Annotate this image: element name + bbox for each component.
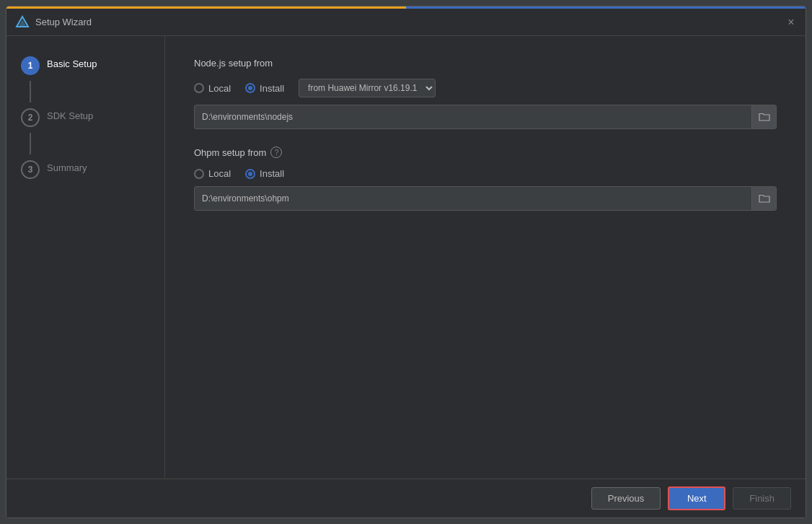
step-circle-3: 3 <box>21 160 40 179</box>
main-content: 1 Basic Setup 2 SDK Setup 3 Summary <box>6 36 806 479</box>
previous-button[interactable]: Previous <box>591 487 661 510</box>
sidebar: 1 Basic Setup 2 SDK Setup 3 Summary <box>6 36 165 479</box>
ohpm-section-header: Ohpm setup from ? <box>194 147 777 158</box>
ohpm-install-label: Install <box>260 168 284 179</box>
step-connector-2 <box>30 133 31 154</box>
step-item-summary[interactable]: 3 Summary <box>6 154 164 185</box>
nodejs-mirror-dropdown[interactable]: from Huawei Mirror v16.19.1 from Officia… <box>299 79 436 97</box>
close-button[interactable]: × <box>785 17 797 28</box>
setup-wizard-window: Setup Wizard × 1 Basic Setup 2 SDK Setup <box>6 6 806 518</box>
content-area: Node.js setup from Local Install from Hu… <box>165 36 806 479</box>
nodejs-radio-group: Local Install from Huawei Mirror v16.19.… <box>194 79 777 97</box>
nodejs-install-option[interactable]: Install <box>245 83 284 94</box>
nodejs-install-radio[interactable] <box>245 83 255 93</box>
step-label-basic-setup: Basic Setup <box>47 56 97 69</box>
ohpm-local-label: Local <box>208 168 231 179</box>
nodejs-local-label: Local <box>208 83 231 94</box>
ohpm-help-icon[interactable]: ? <box>270 147 282 158</box>
nodejs-mirror-dropdown-wrapper: from Huawei Mirror v16.19.1 from Officia… <box>299 79 436 97</box>
step-label-sdk-setup: SDK Setup <box>47 108 93 121</box>
step-circle-2: 2 <box>21 108 40 127</box>
ohpm-radio-group: Local Install <box>194 168 777 179</box>
ohpm-section-title: Ohpm setup from <box>194 147 266 158</box>
next-button[interactable]: Next <box>668 486 725 510</box>
nodejs-path-input[interactable] <box>195 107 751 127</box>
step-item-sdk-setup[interactable]: 2 SDK Setup <box>6 102 164 133</box>
nodejs-browse-button[interactable] <box>751 105 776 128</box>
ohpm-install-radio[interactable] <box>245 169 255 179</box>
step-circle-1: 1 <box>21 56 40 75</box>
ohpm-path-input[interactable] <box>195 188 751 209</box>
window-title: Setup Wizard <box>35 17 785 27</box>
ohpm-local-radio[interactable] <box>194 169 204 179</box>
ohpm-local-option[interactable]: Local <box>194 168 231 179</box>
titlebar: Setup Wizard × <box>6 9 806 36</box>
step-connector-1 <box>30 81 31 102</box>
ohpm-path-container <box>194 186 777 211</box>
ohpm-install-option[interactable]: Install <box>245 168 284 179</box>
step-item-basic-setup[interactable]: 1 Basic Setup <box>6 51 164 81</box>
nodejs-section-title: Node.js setup from <box>194 58 777 69</box>
step-label-summary: Summary <box>47 160 87 173</box>
app-logo-icon <box>15 15 30 30</box>
folder-icon <box>759 193 770 204</box>
folder-icon <box>759 112 770 122</box>
nodejs-local-radio[interactable] <box>194 83 204 93</box>
finish-button[interactable]: Finish <box>733 487 791 510</box>
ohpm-browse-button[interactable] <box>751 187 776 210</box>
nodejs-local-option[interactable]: Local <box>194 83 231 94</box>
nodejs-path-container <box>194 105 777 129</box>
footer: Previous Next Finish <box>6 479 806 518</box>
nodejs-install-label: Install <box>260 83 284 94</box>
